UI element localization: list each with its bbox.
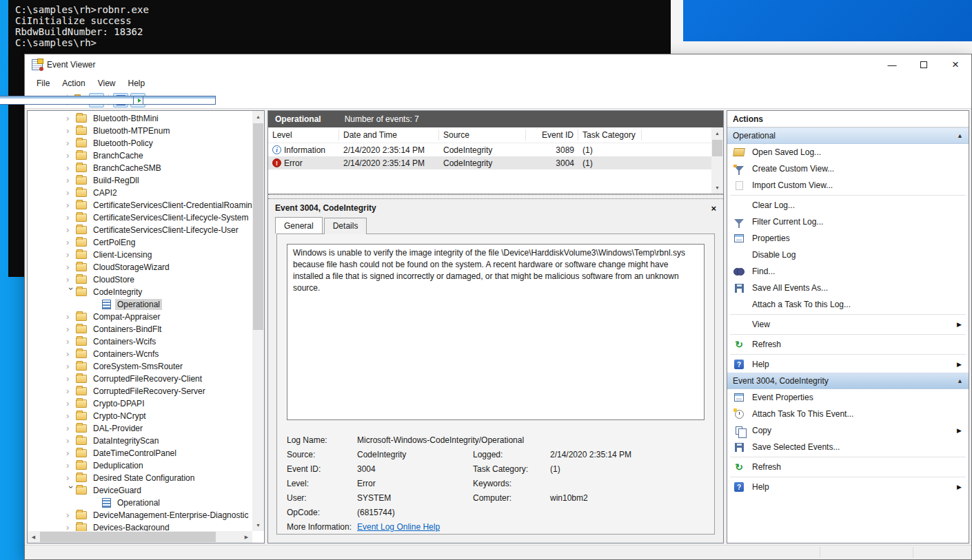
action-item[interactable]: Open Saved Log... bbox=[727, 144, 969, 160]
tree-item[interactable]: ›CAPI2 bbox=[28, 187, 252, 199]
tree-item[interactable]: ›Bluetooth-MTPEnum bbox=[28, 125, 252, 137]
tree-item[interactable]: ›CoreSystem-SmsRouter bbox=[28, 360, 252, 373]
column-header-task-category[interactable]: Task Category bbox=[578, 129, 642, 141]
tree-item[interactable]: ›BranchCache bbox=[28, 149, 252, 162]
tree-item[interactable]: Operational bbox=[28, 497, 252, 509]
chevron-collapsed-icon[interactable]: › bbox=[66, 338, 76, 345]
tree-item[interactable]: ›Deduplication bbox=[28, 459, 252, 472]
tree-item[interactable]: ›Compat-Appraiser bbox=[28, 311, 252, 323]
tree-item[interactable]: ›CertificateServicesClient-Lifecycle-Sys… bbox=[28, 211, 252, 224]
tree-item[interactable]: ›DataIntegrityScan bbox=[28, 435, 252, 447]
tree-vertical-scrollbar[interactable]: ▲ ▼ bbox=[252, 111, 264, 531]
preview-splitter[interactable] bbox=[268, 194, 723, 199]
action-item[interactable]: Filter Current Log... bbox=[727, 214, 969, 230]
tree-item[interactable]: ›Containers-Wcnfs bbox=[28, 348, 252, 360]
action-item[interactable]: Import Custom View... bbox=[727, 177, 969, 194]
action-item[interactable]: Find... bbox=[727, 263, 969, 280]
chevron-collapsed-icon[interactable]: › bbox=[66, 363, 76, 370]
tree-item[interactable]: ›DAL-Provider bbox=[28, 422, 252, 435]
tab-details[interactable]: Details bbox=[324, 218, 367, 234]
scroll-down-icon[interactable]: ▼ bbox=[711, 182, 723, 194]
menu-action[interactable]: Action bbox=[56, 76, 91, 90]
tree-item[interactable]: ›BranchCacheSMB bbox=[28, 162, 252, 174]
tree-item[interactable]: ›Bluetooth-Policy bbox=[28, 137, 252, 149]
tree-item[interactable]: ›CodeIntegrity bbox=[28, 286, 252, 298]
chevron-collapsed-icon[interactable]: › bbox=[66, 450, 76, 457]
tree-item[interactable]: ›Containers-BindFlt bbox=[28, 323, 252, 335]
chevron-collapsed-icon[interactable]: › bbox=[66, 189, 76, 196]
tree-item[interactable]: ›CorruptedFileRecovery-Client bbox=[28, 373, 252, 385]
tree-item[interactable]: Operational bbox=[28, 298, 252, 311]
chevron-collapsed-icon[interactable]: › bbox=[66, 177, 76, 184]
minimize-button[interactable]: — bbox=[876, 54, 908, 75]
chevron-collapsed-icon[interactable]: › bbox=[66, 115, 76, 122]
event-log-online-help-link[interactable]: Event Log Online Help bbox=[357, 522, 705, 532]
chevron-collapsed-icon[interactable]: › bbox=[66, 475, 76, 481]
column-header-event-id[interactable]: Event ID bbox=[526, 129, 578, 141]
chevron-collapsed-icon[interactable]: › bbox=[66, 375, 76, 382]
action-item[interactable]: Event Properties bbox=[727, 389, 969, 406]
action-item[interactable]: Copy▶ bbox=[727, 422, 969, 439]
event-message[interactable]: Windows is unable to verify the image in… bbox=[287, 244, 705, 420]
collapse-arrow-icon[interactable]: ▲ bbox=[957, 132, 963, 139]
tree-item[interactable]: ›CertificateServicesClient-Lifecycle-Use… bbox=[28, 224, 252, 236]
action-group-header[interactable]: Event 3004, CodeIntegrity▲ bbox=[727, 373, 969, 389]
scrollbar-thumb[interactable] bbox=[40, 532, 216, 542]
action-item[interactable]: Attach a Task To this Log... bbox=[727, 296, 969, 313]
scroll-right-icon[interactable]: ▶ bbox=[241, 531, 252, 543]
chevron-collapsed-icon[interactable]: › bbox=[66, 276, 76, 283]
tree-item[interactable]: ›Desired State Configuration bbox=[28, 472, 252, 484]
tree-item[interactable]: ›Devices-Background bbox=[28, 521, 252, 531]
collapse-arrow-icon[interactable]: ▲ bbox=[957, 377, 963, 384]
action-item[interactable]: Save Selected Events... bbox=[727, 439, 969, 455]
menu-file[interactable]: File bbox=[30, 76, 56, 90]
action-item[interactable]: View▶ bbox=[727, 316, 969, 333]
column-header-source[interactable]: Source bbox=[439, 129, 526, 141]
tree-item[interactable]: ›CertPolEng bbox=[28, 236, 252, 249]
chevron-expanded-icon[interactable]: › bbox=[68, 486, 74, 495]
chevron-collapsed-icon[interactable]: › bbox=[66, 437, 76, 444]
tree-item[interactable]: ›Bluetooth-BthMini bbox=[28, 112, 252, 125]
chevron-collapsed-icon[interactable]: › bbox=[66, 127, 76, 134]
chevron-collapsed-icon[interactable]: › bbox=[66, 326, 76, 333]
action-item[interactable]: Properties bbox=[727, 230, 969, 247]
scroll-down-icon[interactable]: ▼ bbox=[252, 519, 264, 531]
action-group-header[interactable]: Operational▲ bbox=[727, 127, 969, 144]
action-item[interactable]: ↻Refresh bbox=[727, 459, 969, 475]
action-item[interactable]: Disable Log bbox=[727, 247, 969, 263]
chevron-collapsed-icon[interactable]: › bbox=[66, 425, 76, 432]
chevron-collapsed-icon[interactable]: › bbox=[66, 251, 76, 258]
scrollbar-thumb[interactable] bbox=[712, 140, 722, 156]
menu-help[interactable]: Help bbox=[122, 76, 152, 90]
tree-item[interactable]: ›DateTimeControlPanel bbox=[28, 447, 252, 459]
tree-item[interactable]: ›Crypto-DPAPI bbox=[28, 397, 252, 410]
chevron-collapsed-icon[interactable]: › bbox=[66, 165, 76, 172]
chevron-collapsed-icon[interactable]: › bbox=[66, 152, 76, 159]
chevron-collapsed-icon[interactable]: › bbox=[66, 462, 76, 469]
chevron-collapsed-icon[interactable]: › bbox=[66, 524, 76, 531]
chevron-collapsed-icon[interactable]: › bbox=[66, 512, 76, 519]
tree-item[interactable]: ›Client-Licensing bbox=[28, 249, 252, 261]
action-item[interactable]: Save All Events As... bbox=[727, 280, 969, 296]
tree-item[interactable]: ›Containers-Wcifs bbox=[28, 335, 252, 348]
scrollbar-thumb[interactable] bbox=[253, 123, 263, 330]
tree-item[interactable]: ›CloudStorageWizard bbox=[28, 261, 252, 273]
chevron-collapsed-icon[interactable]: › bbox=[66, 264, 76, 271]
table-row[interactable]: iInformation2/14/2020 2:35:14 PMCodeInte… bbox=[268, 143, 711, 156]
tree-item[interactable]: ›DeviceGuard bbox=[28, 484, 252, 497]
action-item[interactable]: Attach Task To This Event... bbox=[727, 406, 969, 422]
chevron-collapsed-icon[interactable]: › bbox=[66, 388, 76, 395]
chevron-collapsed-icon[interactable]: › bbox=[66, 313, 76, 320]
chevron-collapsed-icon[interactable]: › bbox=[66, 140, 76, 147]
tree-item[interactable]: ›CloudStore bbox=[28, 273, 252, 286]
tree-item[interactable]: ›Build-RegDll bbox=[28, 174, 252, 187]
menu-view[interactable]: View bbox=[92, 76, 122, 90]
column-header-level[interactable]: Level bbox=[268, 129, 339, 141]
chevron-collapsed-icon[interactable]: › bbox=[66, 400, 76, 407]
table-row[interactable]: !Error2/14/2020 2:35:14 PMCodeIntegrity3… bbox=[268, 156, 711, 169]
action-item[interactable]: ?Help▶ bbox=[727, 356, 969, 373]
show-console-tree-button[interactable] bbox=[89, 93, 104, 107]
action-item[interactable]: ?Help▶ bbox=[727, 479, 969, 495]
tab-general[interactable]: General bbox=[275, 217, 323, 234]
chevron-collapsed-icon[interactable]: › bbox=[66, 351, 76, 357]
